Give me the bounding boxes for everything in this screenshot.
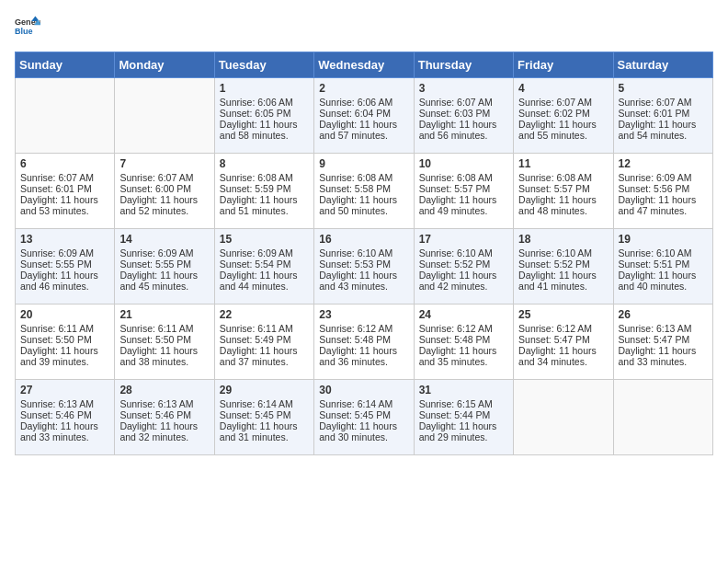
- sunrise-text: Sunrise: 6:12 AM: [319, 323, 392, 334]
- sunrise-text: Sunrise: 6:08 AM: [220, 172, 293, 183]
- weekday-header-cell: Wednesday: [314, 52, 414, 78]
- day-number: 6: [20, 157, 109, 170]
- sunset-text: Sunset: 6:02 PM: [518, 108, 590, 119]
- daylight-text: Daylight: 11 hours and 42 minutes.: [419, 270, 497, 292]
- daylight-text: Daylight: 11 hours and 56 minutes.: [419, 119, 497, 141]
- daylight-text: Daylight: 11 hours and 45 minutes.: [119, 270, 198, 292]
- day-number: 16: [319, 233, 408, 246]
- day-number: 19: [619, 233, 708, 246]
- calendar-cell: 10 Sunrise: 6:08 AM Sunset: 5:57 PM Dayl…: [414, 154, 513, 229]
- sunrise-text: Sunrise: 6:09 AM: [119, 247, 193, 259]
- calendar-cell: 27 Sunrise: 6:13 AM Sunset: 5:46 PM Dayl…: [16, 380, 115, 455]
- sunset-text: Sunset: 5:52 PM: [518, 259, 590, 270]
- sunrise-text: Sunrise: 6:10 AM: [619, 247, 692, 259]
- calendar-week-row: 1 Sunrise: 6:06 AM Sunset: 6:05 PM Dayli…: [16, 78, 713, 154]
- calendar-cell: 12 Sunrise: 6:09 AM Sunset: 5:56 PM Dayl…: [613, 154, 712, 229]
- day-number: 29: [220, 384, 309, 396]
- sunset-text: Sunset: 5:57 PM: [419, 183, 491, 194]
- daylight-text: Daylight: 11 hours and 51 minutes.: [220, 194, 298, 216]
- calendar-cell: 5 Sunrise: 6:07 AM Sunset: 6:01 PM Dayli…: [613, 78, 712, 154]
- sunset-text: Sunset: 5:44 PM: [419, 409, 491, 420]
- daylight-text: Daylight: 11 hours and 36 minutes.: [319, 345, 397, 367]
- calendar-cell: [514, 380, 613, 455]
- calendar-cell: 20 Sunrise: 6:11 AM Sunset: 5:50 PM Dayl…: [16, 304, 115, 380]
- calendar-cell: 3 Sunrise: 6:07 AM Sunset: 6:03 PM Dayli…: [414, 78, 513, 154]
- day-number: 1: [220, 82, 309, 95]
- daylight-text: Daylight: 11 hours and 38 minutes.: [119, 345, 198, 367]
- sunset-text: Sunset: 5:46 PM: [119, 409, 191, 420]
- calendar-cell: [16, 78, 115, 154]
- sunrise-text: Sunrise: 6:15 AM: [419, 398, 493, 409]
- sunrise-text: Sunrise: 6:14 AM: [319, 398, 392, 409]
- calendar-cell: 30 Sunrise: 6:14 AM Sunset: 5:45 PM Dayl…: [314, 380, 414, 455]
- sunrise-text: Sunrise: 6:11 AM: [119, 323, 193, 334]
- sunrise-text: Sunrise: 6:11 AM: [20, 323, 94, 334]
- sunset-text: Sunset: 6:01 PM: [619, 108, 690, 119]
- day-number: 4: [518, 82, 608, 95]
- sunset-text: Sunset: 5:58 PM: [319, 183, 391, 194]
- daylight-text: Daylight: 11 hours and 48 minutes.: [518, 194, 597, 216]
- calendar-cell: 16 Sunrise: 6:10 AM Sunset: 5:53 PM Dayl…: [314, 229, 414, 304]
- daylight-text: Daylight: 11 hours and 31 minutes.: [220, 420, 298, 442]
- daylight-text: Daylight: 11 hours and 33 minutes.: [619, 345, 697, 367]
- sunset-text: Sunset: 6:00 PM: [119, 183, 191, 194]
- daylight-text: Daylight: 11 hours and 50 minutes.: [319, 194, 397, 216]
- day-number: 8: [220, 157, 309, 170]
- calendar-week-row: 13 Sunrise: 6:09 AM Sunset: 5:55 PM Dayl…: [16, 229, 713, 304]
- sunset-text: Sunset: 5:47 PM: [619, 334, 690, 345]
- day-number: 2: [319, 82, 408, 95]
- sunset-text: Sunset: 5:51 PM: [619, 259, 690, 270]
- sunset-text: Sunset: 5:47 PM: [518, 334, 590, 345]
- daylight-text: Daylight: 11 hours and 35 minutes.: [419, 345, 497, 367]
- calendar-table: SundayMondayTuesdayWednesdayThursdayFrid…: [15, 52, 713, 455]
- sunrise-text: Sunrise: 6:08 AM: [419, 172, 493, 183]
- calendar-cell: 6 Sunrise: 6:07 AM Sunset: 6:01 PM Dayli…: [16, 154, 115, 229]
- daylight-text: Daylight: 11 hours and 33 minutes.: [20, 420, 98, 442]
- day-number: 3: [419, 82, 508, 95]
- day-number: 15: [220, 233, 309, 246]
- sunrise-text: Sunrise: 6:12 AM: [518, 323, 592, 334]
- daylight-text: Daylight: 11 hours and 43 minutes.: [319, 270, 397, 292]
- calendar-week-row: 20 Sunrise: 6:11 AM Sunset: 5:50 PM Dayl…: [16, 304, 713, 380]
- calendar-cell: [115, 78, 214, 154]
- sunset-text: Sunset: 5:55 PM: [119, 259, 191, 270]
- sunset-text: Sunset: 5:54 PM: [220, 259, 291, 270]
- day-number: 14: [119, 233, 209, 246]
- calendar-cell: 15 Sunrise: 6:09 AM Sunset: 5:54 PM Dayl…: [214, 229, 313, 304]
- sunrise-text: Sunrise: 6:07 AM: [518, 97, 592, 108]
- sunrise-text: Sunrise: 6:08 AM: [518, 172, 592, 183]
- sunset-text: Sunset: 5:57 PM: [518, 183, 590, 194]
- sunset-text: Sunset: 5:56 PM: [619, 183, 690, 194]
- daylight-text: Daylight: 11 hours and 54 minutes.: [619, 119, 697, 141]
- daylight-text: Daylight: 11 hours and 40 minutes.: [619, 270, 697, 292]
- day-number: 27: [20, 384, 109, 396]
- sunrise-text: Sunrise: 6:09 AM: [220, 247, 293, 259]
- sunrise-text: Sunrise: 6:07 AM: [619, 97, 692, 108]
- sunrise-text: Sunrise: 6:14 AM: [220, 398, 293, 409]
- calendar-cell: 9 Sunrise: 6:08 AM Sunset: 5:58 PM Dayli…: [314, 154, 414, 229]
- weekday-header-cell: Tuesday: [214, 52, 313, 78]
- calendar-cell: 1 Sunrise: 6:06 AM Sunset: 6:05 PM Dayli…: [214, 78, 313, 154]
- day-number: 13: [20, 233, 109, 246]
- day-number: 21: [119, 308, 209, 321]
- sunrise-text: Sunrise: 6:13 AM: [20, 398, 94, 409]
- calendar-cell: 8 Sunrise: 6:08 AM Sunset: 5:59 PM Dayli…: [214, 154, 313, 229]
- calendar-cell: 13 Sunrise: 6:09 AM Sunset: 5:55 PM Dayl…: [16, 229, 115, 304]
- sunset-text: Sunset: 5:55 PM: [20, 259, 92, 270]
- calendar-cell: [613, 380, 712, 455]
- calendar-week-row: 6 Sunrise: 6:07 AM Sunset: 6:01 PM Dayli…: [16, 154, 713, 229]
- sunset-text: Sunset: 6:04 PM: [319, 108, 391, 119]
- weekday-header-cell: Saturday: [613, 52, 712, 78]
- sunrise-text: Sunrise: 6:12 AM: [419, 323, 493, 334]
- calendar-cell: 7 Sunrise: 6:07 AM Sunset: 6:00 PM Dayli…: [115, 154, 214, 229]
- sunset-text: Sunset: 6:03 PM: [419, 108, 491, 119]
- daylight-text: Daylight: 11 hours and 34 minutes.: [518, 345, 597, 367]
- daylight-text: Daylight: 11 hours and 37 minutes.: [220, 345, 298, 367]
- day-number: 11: [518, 157, 608, 170]
- sunrise-text: Sunrise: 6:09 AM: [20, 247, 94, 259]
- daylight-text: Daylight: 11 hours and 30 minutes.: [319, 420, 397, 442]
- sunset-text: Sunset: 5:53 PM: [319, 259, 391, 270]
- day-number: 20: [20, 308, 109, 321]
- calendar-body: 1 Sunrise: 6:06 AM Sunset: 6:05 PM Dayli…: [16, 78, 713, 455]
- calendar-cell: 14 Sunrise: 6:09 AM Sunset: 5:55 PM Dayl…: [115, 229, 214, 304]
